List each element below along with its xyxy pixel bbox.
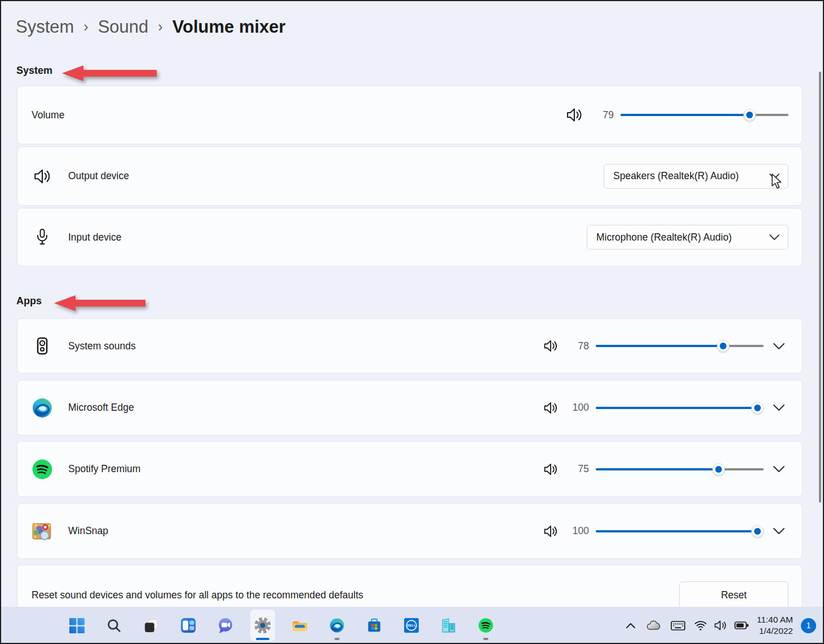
app-row-system-sounds: System sounds 78	[17, 318, 803, 374]
speaker-icon[interactable]	[543, 338, 559, 354]
microphone-icon	[32, 228, 53, 247]
reset-description: Reset sound devices and volumes for all …	[32, 589, 364, 601]
volume-label: Volume	[32, 109, 64, 121]
touch-keyboard-icon[interactable]	[666, 613, 690, 638]
system-tray: 11:40 AM 1/4/2022 1	[621, 610, 816, 641]
breadcrumb-separator-icon: ›	[83, 19, 88, 35]
apps-section-label: Apps	[16, 295, 42, 307]
chat-icon[interactable]	[213, 610, 238, 641]
app-row-winsnap: WinSnap 100	[17, 503, 803, 559]
app-name: Spotify Premium	[68, 463, 140, 475]
breadcrumb-sound[interactable]: Sound	[98, 17, 149, 37]
output-device-selected: Speakers (Realtek(R) Audio)	[613, 170, 739, 182]
taskbar-icons: DELL	[64, 610, 498, 641]
input-device-selected: Microphone (Realtek(R) Audio)	[596, 232, 732, 243]
microsoft-store-icon[interactable]	[362, 610, 387, 641]
expand-chevron-icon[interactable]	[769, 465, 788, 473]
tray-time: 11:40 AM	[757, 614, 793, 625]
breadcrumb: System › Sound › Volume mixer	[16, 17, 286, 37]
annotation-arrow-apps	[53, 294, 147, 312]
app-name: System sounds	[68, 340, 136, 352]
reset-button[interactable]: Reset	[679, 581, 788, 609]
running-indicator	[335, 638, 340, 640]
spotify-icon	[32, 459, 53, 480]
speaker-icon[interactable]	[543, 461, 559, 477]
input-device-label: Input device	[68, 232, 121, 243]
tray-date: 1/4/2022	[757, 625, 793, 637]
app-volume-slider[interactable]	[596, 463, 764, 476]
speaker-icon	[32, 167, 53, 186]
taskbar: DELL	[1, 607, 823, 643]
winsnap-icon	[32, 521, 53, 541]
slider-fill	[596, 530, 757, 532]
notification-badge[interactable]: 1	[801, 618, 816, 633]
speaker-icon[interactable]	[543, 523, 559, 539]
scrollbar[interactable]	[819, 72, 821, 503]
input-device-card: Input device Microphone (Realtek(R) Audi…	[17, 208, 803, 267]
page-title: Volume mixer	[172, 17, 286, 37]
chevron-down-icon	[769, 173, 780, 180]
onedrive-cloud-icon[interactable]	[641, 613, 666, 638]
app-name: WinSnap	[68, 525, 108, 537]
system-section-label: System	[16, 65, 52, 77]
spotify-icon[interactable]	[473, 610, 498, 641]
slider-handle[interactable]	[712, 463, 725, 476]
expand-chevron-icon[interactable]	[769, 527, 788, 535]
app-volume-slider[interactable]	[596, 339, 764, 353]
breadcrumb-separator-icon: ›	[158, 19, 162, 35]
app-volume-value: 75	[563, 463, 589, 475]
input-device-dropdown[interactable]: Microphone (Realtek(R) Audio)	[587, 225, 788, 250]
widgets-icon[interactable]	[176, 610, 201, 641]
clock[interactable]: 11:40 AM 1/4/2022	[757, 614, 793, 637]
output-device-dropdown[interactable]: Speakers (Realtek(R) Audio)	[604, 164, 788, 189]
app-volume-slider[interactable]	[596, 401, 764, 415]
settings-icon[interactable]	[250, 610, 275, 641]
slider-handle[interactable]	[751, 525, 764, 538]
wifi-icon[interactable]	[690, 613, 711, 638]
slider-handle[interactable]	[743, 109, 756, 121]
volume-slider[interactable]	[621, 108, 788, 122]
system-sounds-icon	[32, 336, 53, 356]
volume-card: Volume 79	[17, 86, 803, 144]
dell-towers-icon[interactable]	[436, 610, 461, 641]
slider-fill	[596, 468, 719, 470]
breadcrumb-system[interactable]: System	[16, 17, 74, 37]
app-volume-value: 78	[563, 340, 589, 352]
app-volume-value: 100	[563, 402, 589, 414]
dell-icon[interactable]: DELL	[399, 610, 424, 641]
file-explorer-icon[interactable]	[287, 610, 312, 641]
volume-icon[interactable]	[711, 613, 731, 638]
output-device-card: Output device Speakers (Realtek(R) Audio…	[17, 146, 803, 206]
slider-fill	[596, 345, 723, 347]
battery-icon[interactable]	[731, 613, 752, 638]
app-volume-value: 100	[563, 525, 589, 537]
active-indicator	[256, 638, 269, 640]
app-row-microsoft-edge: Microsoft Edge 100	[17, 380, 803, 436]
speaker-icon[interactable]	[543, 400, 559, 416]
annotation-arrow-system	[61, 64, 158, 82]
search-icon[interactable]	[101, 610, 126, 641]
hidden-icons-chevron-icon[interactable]	[621, 613, 641, 638]
app-name: Microsoft Edge	[68, 402, 134, 414]
start-icon[interactable]	[64, 610, 89, 641]
svg-text:DELL: DELL	[407, 624, 416, 627]
app-volume-slider[interactable]	[596, 525, 764, 538]
slider-fill	[621, 114, 750, 116]
speaker-icon[interactable]	[565, 106, 583, 124]
edge-icon	[32, 397, 53, 419]
chevron-down-icon	[769, 234, 780, 241]
app-row-spotify: Spotify Premium 75	[17, 441, 803, 497]
expand-chevron-icon[interactable]	[769, 343, 788, 350]
running-indicator	[484, 638, 489, 640]
task-view-icon[interactable]	[139, 610, 163, 641]
output-device-label: Output device	[68, 170, 129, 182]
expand-chevron-icon[interactable]	[769, 404, 788, 411]
settings-window: System › Sound › Volume mixer System Vol…	[0, 0, 824, 644]
edge-icon[interactable]	[325, 610, 349, 641]
slider-fill	[596, 407, 757, 409]
slider-handle[interactable]	[717, 340, 729, 352]
slider-handle[interactable]	[751, 402, 764, 414]
volume-value: 79	[588, 109, 614, 121]
